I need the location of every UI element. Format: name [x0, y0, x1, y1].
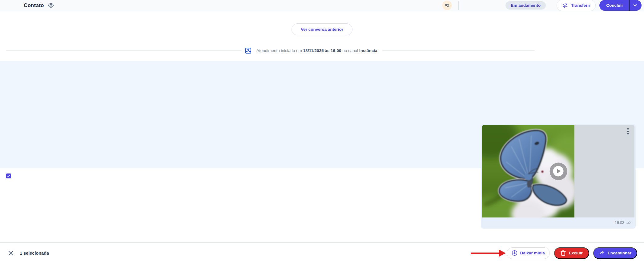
kebab-menu-icon[interactable]: [625, 127, 631, 135]
delete-button-label: Excluir: [569, 251, 583, 255]
eye-icon: [48, 2, 54, 9]
header-actions: Em andamento Transferir Concluir: [442, 0, 644, 11]
forward-button[interactable]: Encaminhar: [593, 247, 637, 259]
search-list-icon: [445, 3, 450, 8]
search-messages-button[interactable]: [442, 1, 452, 10]
inbox-in-icon: [245, 47, 252, 54]
delete-button[interactable]: Excluir: [554, 247, 589, 259]
message-checkbox[interactable]: [6, 173, 11, 178]
conclude-dropdown-toggle[interactable]: [629, 0, 642, 11]
video-thumbnail[interactable]: [482, 125, 634, 217]
conversation-header: Contato Em andamento: [0, 0, 644, 11]
close-icon: [8, 250, 14, 256]
video-letterbox-area: [574, 125, 634, 217]
chevron-down-icon: [633, 4, 637, 7]
divider-line-right: [382, 50, 535, 51]
transfer-arrows-icon: [562, 3, 568, 8]
view-contact-button[interactable]: [48, 2, 54, 9]
page-title: Contato: [24, 2, 44, 9]
forward-button-label: Encaminhar: [608, 251, 631, 255]
previous-conversation-wrap: Ver conversa anterior: [0, 23, 644, 35]
trash-icon: [561, 250, 566, 256]
header-divider: [458, 1, 459, 10]
checkmark-icon: [7, 175, 10, 177]
play-button[interactable]: [549, 162, 567, 180]
selected-message-row[interactable]: 16:03: [0, 61, 644, 168]
transfer-button[interactable]: Transferir: [557, 0, 596, 11]
red-arrow-annotation: [471, 249, 506, 257]
download-media-label: Baixar mídia: [520, 251, 545, 255]
conclude-button[interactable]: Concluir: [599, 0, 629, 11]
download-media-button[interactable]: Baixar mídia: [507, 247, 549, 259]
message-time: 16:03: [615, 221, 624, 225]
message-meta: 16:03: [482, 217, 634, 228]
previous-conversation-button[interactable]: Ver conversa anterior: [292, 23, 352, 35]
selection-actions: Baixar mídia Excluir Encaminhar: [471, 247, 644, 259]
play-icon: [553, 166, 564, 177]
session-start-text: Atendimento iniciado em 18/11/2025 às 16…: [256, 48, 377, 53]
selection-count-label: 1 selecionada: [20, 251, 49, 256]
conclude-split-button: Concluir: [599, 0, 642, 11]
selection-action-bar: 1 selecionada Baixar mídia: [0, 242, 644, 263]
clear-selection-button[interactable]: [8, 250, 14, 256]
session-divider-content: Atendimento iniciado em 18/11/2025 às 16…: [242, 47, 382, 54]
message-bubble: 16:03: [481, 124, 636, 229]
transfer-button-label: Transferir: [571, 3, 590, 8]
double-check-icon: [626, 221, 632, 225]
divider-line-left: [6, 50, 242, 51]
forward-arrow-icon: [599, 250, 605, 256]
download-circle-icon: [512, 250, 517, 256]
header-title-group: Contato: [0, 2, 54, 9]
status-badge: Em andamento: [505, 1, 546, 10]
session-divider: Atendimento iniciado em 18/11/2025 às 16…: [6, 46, 629, 55]
